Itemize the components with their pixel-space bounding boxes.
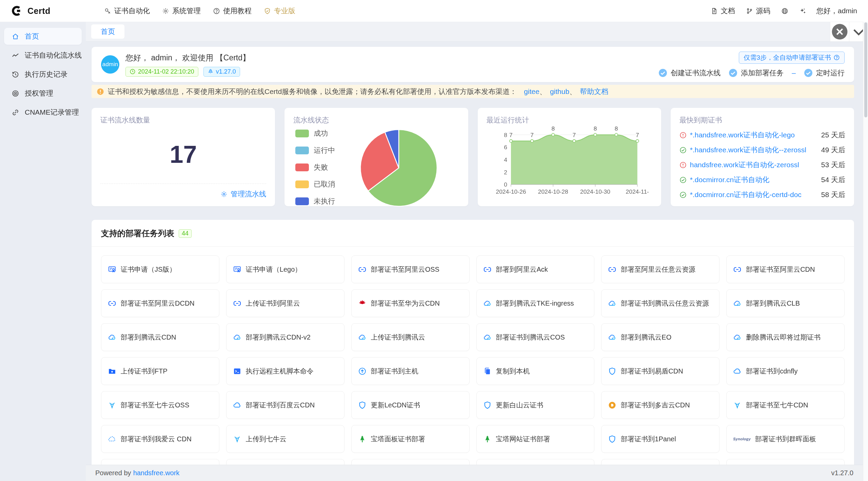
sidebar-item-home[interactable]: 首页 xyxy=(4,28,82,45)
legend-item[interactable]: 已取消 xyxy=(295,179,335,189)
task-card-partial[interactable] xyxy=(726,459,845,465)
brand-name: Certd xyxy=(27,6,51,16)
notice-link[interactable]: gitee xyxy=(524,88,539,95)
notice-link[interactable]: github xyxy=(550,88,569,95)
menu-cert-automation[interactable]: 证书自动化 xyxy=(98,0,156,22)
task-card-partial[interactable] xyxy=(226,459,344,465)
task-card[interactable]: 更新白山云证书 xyxy=(476,391,595,419)
task-card[interactable]: 更新LeCDN证书 xyxy=(351,391,470,419)
tasks-head: 支持的部署任务列表 44 xyxy=(101,228,845,239)
task-card-partial[interactable] xyxy=(601,459,719,465)
task-label: 部署证书到腾讯云COS xyxy=(496,333,565,342)
brand[interactable]: Certd xyxy=(0,4,86,17)
menu-cert-automation-label: 证书自动化 xyxy=(114,6,150,16)
task-card[interactable]: 部署到腾讯云CLB xyxy=(726,289,845,317)
menu-tutorial[interactable]: 使用教程 xyxy=(207,0,258,22)
check-circle-icon xyxy=(658,69,667,77)
task-card[interactable]: 部署到腾讯云TKE-ingress xyxy=(476,289,595,317)
task-card[interactable]: 部署至阿里云任意云资源 xyxy=(601,255,719,283)
task-card[interactable]: 部署证书到我爱云 CDN xyxy=(101,425,219,453)
task-card[interactable]: 部署证书到1Panel xyxy=(601,425,719,453)
expiring-cert-link[interactable]: *.handsfree.work证书自动化-lego xyxy=(690,130,818,140)
task-card[interactable]: 部署证书至阿里云DCDN xyxy=(101,289,219,317)
stats-row: 证书流水线数量 17 管理流水线 流水线状态 成功运行中失败已取消未执行 最近运… xyxy=(92,108,854,206)
task-card[interactable]: 部署证书到主机 xyxy=(351,357,470,385)
task-card[interactable]: 复制到本机 xyxy=(476,357,595,385)
task-card-partial[interactable] xyxy=(351,459,470,465)
legend-swatch xyxy=(295,147,309,154)
avatar[interactable]: admin xyxy=(101,55,119,74)
task-card[interactable]: 部署到腾讯云CDN-v2 xyxy=(226,323,344,351)
task-card[interactable]: 上传证书到FTP xyxy=(101,357,219,385)
expiring-cert-link[interactable]: *.docmirror.cn证书自动化 xyxy=(690,175,818,185)
step-1[interactable]: 创建证书流水线 xyxy=(658,68,721,78)
task-card[interactable]: 部署证书到百度云CDN xyxy=(226,391,344,419)
expiring-cert-link[interactable]: *.handsfree.work证书自动化--zerossl xyxy=(690,145,818,155)
task-card[interactable]: 删除腾讯云即将过期证书 xyxy=(726,323,845,351)
task-label: 部署证书到1Panel xyxy=(621,435,676,444)
link-docs[interactable]: 文档 xyxy=(705,6,741,16)
task-card[interactable]: 宝塔网站证书部署 xyxy=(476,425,595,453)
task-card[interactable]: 部署证书至华为云CDN xyxy=(351,289,470,317)
task-card[interactable]: 部署证书到cdnfly xyxy=(726,357,845,385)
task-card[interactable]: 部署到腾讯云EO xyxy=(601,323,719,351)
menu-pro-edition-label: 专业版 xyxy=(274,6,295,16)
baota-icon xyxy=(483,435,492,443)
task-card[interactable]: 执行远程主机脚本命令 xyxy=(226,357,344,385)
close-circle-icon[interactable] xyxy=(830,22,849,41)
globe-icon xyxy=(781,7,788,15)
menu-pro-edition[interactable]: 专业版 xyxy=(258,0,301,22)
legend-item[interactable]: 运行中 xyxy=(295,146,335,155)
sparkles-button[interactable] xyxy=(794,7,812,15)
steps-badge[interactable]: 仅需3步，全自动申请部署证书 xyxy=(739,52,845,64)
notice-text: 证书和授权为敏感信息，不要使用来历不明的在线Certd服务和镜像，以免泄露；请务… xyxy=(108,87,517,96)
task-card[interactable]: 证书申请（Lego） xyxy=(226,255,344,283)
task-card-partial[interactable] xyxy=(476,459,595,465)
sidebar-item-cname[interactable]: CNAME记录管理 xyxy=(4,104,82,121)
task-label: 部署证书至阿里云CDN xyxy=(746,265,815,274)
expiring-cert-link[interactable]: *.docmirror.cn证书自动化-certd-doc xyxy=(690,190,818,199)
sidebar-item-pipelines[interactable]: 证书自动化流水线 xyxy=(4,47,82,64)
user-greeting[interactable]: 您好，admin xyxy=(812,6,868,16)
menu-fold-icon[interactable] xyxy=(86,0,98,22)
notice-link[interactable]: 帮助文档 xyxy=(580,88,608,95)
certificate-icon xyxy=(233,265,241,274)
task-card[interactable]: 证书申请（JS版） xyxy=(101,255,219,283)
menu-system-manage[interactable]: 系统管理 xyxy=(156,0,207,22)
step-3[interactable]: 定时运行 xyxy=(804,68,845,78)
welcome-left: admin 您好， admin， 欢迎使用 【Certd】 2024-11-02… xyxy=(101,53,250,77)
task-card[interactable]: Synology部署证书到群晖面板 xyxy=(726,425,845,453)
task-card[interactable]: 部署证书至阿里云CDN xyxy=(726,255,845,283)
tab-home[interactable]: 首页 xyxy=(91,24,124,39)
globe-button[interactable] xyxy=(776,7,794,15)
manage-pipelines-link[interactable]: 管理流水线 xyxy=(220,189,266,199)
task-card[interactable]: 部署到腾讯云CDN xyxy=(101,323,219,351)
time-tag: 2024-11-02 22:10:20 xyxy=(125,67,198,77)
task-card[interactable]: 部署证书至七牛CDN xyxy=(726,391,845,419)
shield-icon xyxy=(483,401,492,409)
task-card[interactable]: 部署证书到腾讯云COS xyxy=(476,323,595,351)
footer-link[interactable]: handsfree.work xyxy=(133,469,180,477)
scrollbar-thumb[interactable] xyxy=(864,22,867,117)
task-card[interactable]: 上传证书到腾讯云 xyxy=(351,323,470,351)
link-source[interactable]: 源码 xyxy=(741,6,776,16)
legend-item[interactable]: 失败 xyxy=(295,162,335,172)
scrollbar[interactable] xyxy=(863,22,868,481)
task-card[interactable]: 上传到七牛云 xyxy=(226,425,344,453)
task-card[interactable]: 部署证书到腾讯云任意云资源 xyxy=(601,289,719,317)
task-card[interactable]: 部署证书至七牛云OSS xyxy=(101,391,219,419)
task-card-partial[interactable] xyxy=(101,459,219,465)
sidebar-item-auth[interactable]: 授权管理 xyxy=(4,85,82,102)
task-card[interactable]: 上传证书到阿里云 xyxy=(226,289,344,317)
task-card[interactable]: 部署到阿里云Ack xyxy=(476,255,595,283)
task-card[interactable]: 部署证书到多吉云CDN xyxy=(601,391,719,419)
step-2[interactable]: 添加部署任务 xyxy=(729,68,784,78)
task-card[interactable]: 部署证书到易盾CDN xyxy=(601,357,719,385)
sidebar-item-history[interactable]: 执行历史记录 xyxy=(4,66,82,83)
legend-item[interactable]: 未执行 xyxy=(295,196,335,206)
expiring-cert-link[interactable]: handsfree.work证书自动化-zerossl xyxy=(690,160,818,170)
version-tag[interactable]: v1.27.0 xyxy=(203,67,240,77)
task-card[interactable]: 宝塔面板证书部署 xyxy=(351,425,470,453)
task-card[interactable]: 部署证书至阿里云OSS xyxy=(351,255,470,283)
legend-item[interactable]: 成功 xyxy=(295,129,335,138)
